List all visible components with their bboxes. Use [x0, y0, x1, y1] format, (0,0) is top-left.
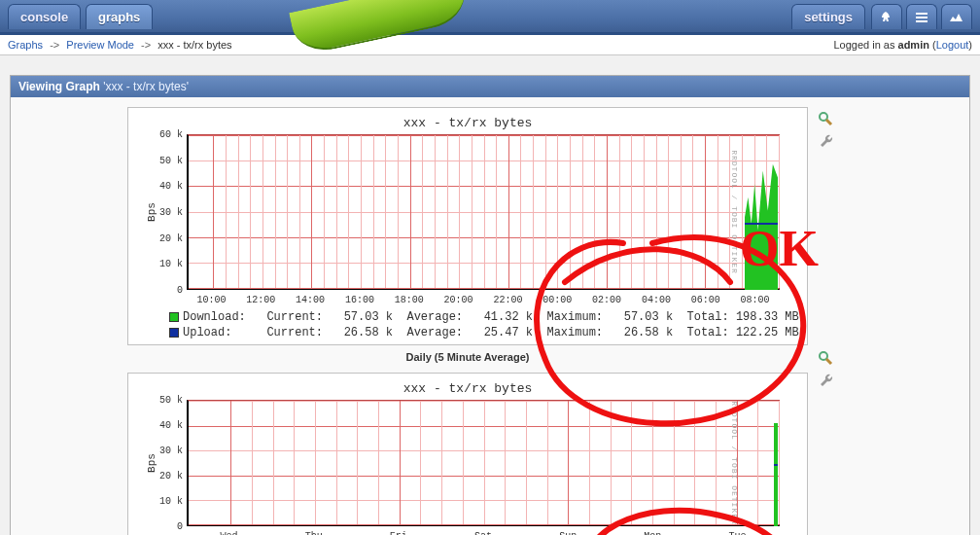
- x-tick: Fri: [390, 531, 407, 535]
- y-tick: 10 k: [148, 259, 183, 269]
- x-tick: 08:00: [741, 295, 770, 305]
- y-tick: 20 k: [148, 471, 183, 482]
- y-tick: 40 k: [148, 420, 183, 431]
- crumb-preview-mode[interactable]: Preview Mode: [66, 39, 134, 51]
- y-tick: 40 k: [148, 181, 183, 192]
- panel-header-prefix: Viewing Graph: [18, 80, 100, 93]
- tab-graphs[interactable]: graphs: [86, 4, 153, 29]
- y-tick: 20 k: [148, 232, 183, 243]
- logged-in-label: Logged in as: [833, 39, 897, 51]
- svg-line-3: [826, 359, 831, 364]
- preview-view-icon[interactable]: [941, 4, 972, 29]
- x-tick: Sat: [474, 531, 492, 535]
- graph-tools-2: [818, 350, 833, 387]
- y-tick: 50 k: [148, 155, 183, 165]
- graph-title: xxx - tx/rx bytes: [136, 116, 799, 130]
- x-tick: 22:00: [493, 295, 522, 305]
- series-upload: [745, 223, 778, 225]
- x-tick: 18:00: [395, 295, 424, 305]
- graph-tools-1: [818, 111, 833, 148]
- y-tick: 50 k: [148, 395, 183, 406]
- crumb-graphs[interactable]: Graphs: [8, 39, 43, 51]
- x-tick: Wed: [221, 531, 238, 535]
- rrdtool-watermark: RRDTOOL / TOBI OETIKER: [731, 402, 740, 526]
- x-tick: Mon: [644, 531, 661, 535]
- x-tick: Tue: [728, 531, 746, 535]
- svg-point-0: [820, 113, 827, 121]
- y-tick: 0: [148, 521, 183, 532]
- graph-legend: Download: Current: 57.03 k Average: 41.3…: [169, 309, 799, 340]
- rrdtool-watermark: RRDTOOL / TOBI OETIKER: [731, 150, 740, 274]
- top-nav: console graphs settings: [0, 0, 980, 35]
- zoom-icon[interactable]: [818, 111, 833, 126]
- legend-upload: Upload: Current: 26.58 k Average: 25.47 …: [183, 326, 799, 339]
- panel-body: xxx - tx/rx bytes Bps RRDTOOL / TOBI OET…: [11, 97, 969, 535]
- panel-header-name: 'xxx - tx/rx bytes': [103, 80, 189, 93]
- login-status: Logged in as admin (Logout): [833, 39, 972, 51]
- x-tick: 14:00: [296, 295, 325, 305]
- series-download: [774, 423, 778, 527]
- y-tick: 30 k: [148, 446, 183, 456]
- x-tick: 20:00: [444, 295, 473, 305]
- y-tick: 60 k: [148, 129, 183, 140]
- x-tick: 16:00: [345, 295, 374, 305]
- x-tick: Sun: [559, 531, 577, 535]
- y-tick: 30 k: [148, 207, 183, 218]
- graph-panel: Viewing Graph 'xxx - tx/rx bytes' xxx - …: [10, 75, 970, 535]
- x-tick: 04:00: [642, 295, 671, 305]
- y-tick: 10 k: [148, 496, 183, 507]
- logout-link[interactable]: Logout: [936, 39, 969, 51]
- x-tick: 06:00: [691, 295, 720, 305]
- legend-swatch-download: [169, 312, 179, 322]
- legend-swatch-upload: [169, 328, 179, 338]
- graph-title: xxx - tx/rx bytes: [136, 381, 799, 396]
- x-tick: 02:00: [592, 295, 621, 305]
- panel-header: Viewing Graph 'xxx - tx/rx bytes': [11, 76, 969, 97]
- svg-line-1: [826, 120, 831, 125]
- y-tick: 0: [148, 285, 183, 296]
- list-view-icon[interactable]: [906, 4, 937, 29]
- current-user: admin: [898, 39, 929, 51]
- legend-download: Download: Current: 57.03 k Average: 41.3…: [183, 310, 799, 324]
- graph-daily: xxx - tx/rx bytes Bps RRDTOOL / TOBI OET…: [127, 107, 808, 345]
- wrench-icon[interactable]: [818, 372, 833, 387]
- graph-weekly: xxx - tx/rx bytes Bps RRDTOOL / TOBI OET…: [127, 373, 808, 535]
- breadcrumb: Graphs -> Preview Mode -> xxx - tx/rx by…: [8, 39, 232, 51]
- plot-area: Bps RRDTOOL / TOBI OETIKER 010 k20 k30 k…: [187, 134, 780, 290]
- x-tick: 00:00: [542, 295, 572, 305]
- tab-settings[interactable]: settings: [791, 4, 865, 29]
- series-upload: [774, 464, 778, 466]
- x-tick: 12:00: [246, 295, 275, 305]
- zoom-icon[interactable]: [818, 350, 833, 366]
- x-tick: 10:00: [196, 295, 226, 305]
- plot-area: Bps RRDTOOL / TOBI OETIKER 010 k20 k30 k…: [187, 400, 780, 526]
- graph-interval-label: Daily (5 Minute Average): [127, 351, 808, 363]
- x-tick: Thu: [305, 531, 323, 535]
- crumb-current: xxx - tx/rx bytes: [158, 39, 231, 51]
- wrench-icon[interactable]: [818, 132, 833, 148]
- svg-point-2: [820, 352, 827, 360]
- tab-console[interactable]: console: [8, 4, 81, 29]
- breadcrumb-bar: Graphs -> Preview Mode -> xxx - tx/rx by…: [0, 35, 980, 55]
- tree-view-icon[interactable]: [871, 4, 902, 29]
